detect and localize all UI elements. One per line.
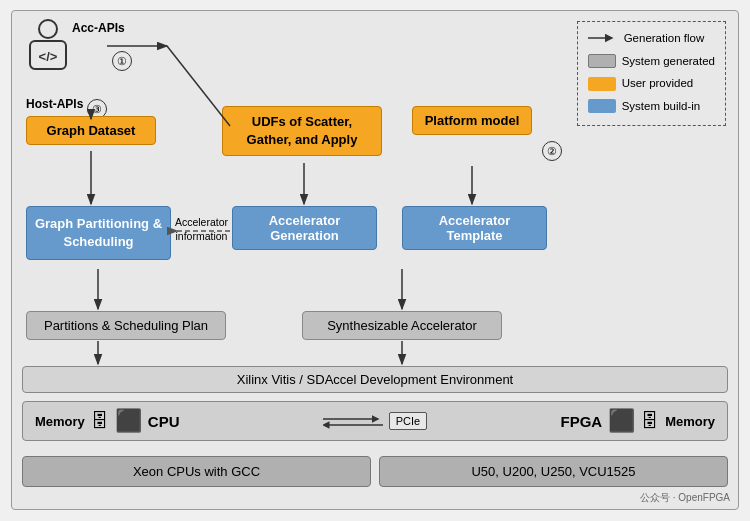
watermark: 公众号 · OpenFPGA (640, 491, 730, 505)
cpu-side: Memory 🗄 ⬛ CPU (35, 408, 315, 434)
cpu-chip-icon: ⬛ (115, 408, 142, 434)
fpga-side: FPGA ⬛ 🗄 Memory (435, 408, 715, 434)
acc-generation-box: Accelerator Generation (232, 206, 377, 250)
main-diagram: Generation flow System generated User pr… (11, 10, 739, 510)
memory-right-label: Memory (665, 414, 715, 429)
synthesizable-box: Synthesizable Accelerator (302, 311, 502, 340)
pcie-arrows (323, 411, 383, 431)
memory-right-icon: 🗄 (641, 411, 659, 432)
person-icon: </> (26, 19, 70, 71)
partitions-box: Partitions & Scheduling Plan (26, 311, 226, 340)
acc-info-label: Accelerator information (174, 216, 229, 243)
fpga-label: FPGA (560, 413, 602, 430)
cpu-label: CPU (148, 413, 180, 430)
user-provided-label: User provided (622, 73, 694, 94)
svg-text:</>: </> (39, 49, 58, 64)
xeon-bar: Xeon CPUs with GCC (22, 456, 371, 487)
person-icon-area: </> (26, 19, 70, 71)
pcie-label: PCIe (389, 412, 427, 430)
system-buildin-label: System build-in (622, 96, 701, 117)
product-row: Xeon CPUs with GCC U50, U200, U250, VCU1… (22, 456, 728, 487)
acc-apis-label: Acc-APIs (72, 21, 125, 35)
hardware-row: Memory 🗄 ⬛ CPU PCIe FPGA ⬛ 🗄 Memory (22, 401, 728, 441)
generation-flow-label: Generation flow (624, 28, 705, 49)
host-apis-label: Host-APIs (26, 97, 83, 111)
circle-1: ① (112, 51, 132, 71)
u50-bar: U50, U200, U250, VCU1525 (379, 456, 728, 487)
xilinx-bar: Xilinx Vitis / SDAccel Development Envir… (22, 366, 728, 393)
legend-box: Generation flow System generated User pr… (577, 21, 726, 126)
platform-model-box: Platform model (412, 106, 532, 135)
system-generated-label: System generated (622, 51, 715, 72)
svg-line-10 (167, 46, 230, 126)
circle-2: ② (542, 141, 562, 161)
acc-template-box: Accelerator Template (402, 206, 547, 250)
fpga-chip-icon: ⬛ (608, 408, 635, 434)
udfs-box: UDFs of Scatter, Gather, and Apply (222, 106, 382, 156)
memory-left-label: Memory (35, 414, 85, 429)
graph-partitioning-box: Graph Partitioning & Scheduling (26, 206, 171, 260)
memory-left-icon: 🗄 (91, 411, 109, 432)
graph-dataset-box: Graph Dataset (26, 116, 156, 145)
svg-point-1 (39, 20, 57, 38)
